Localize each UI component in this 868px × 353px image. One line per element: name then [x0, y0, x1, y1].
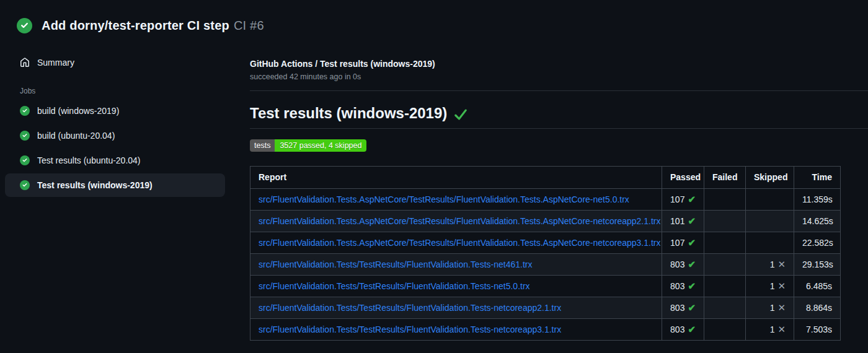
time-cell: 7.503s: [794, 319, 841, 341]
report-link[interactable]: src/FluentValidation.Tests.AspNetCore/Te…: [259, 194, 629, 204]
check-circle-icon: [20, 180, 30, 190]
column-header-passed: Passed: [662, 167, 704, 189]
passed-cell: 107✔: [662, 232, 704, 254]
divider: [250, 90, 868, 91]
time-cell: 8.864s: [794, 297, 841, 319]
section-heading-text: Test results (windows-2019): [250, 105, 447, 122]
failed-cell: [704, 211, 746, 232]
table-row: src/FluentValidation.Tests.AspNetCore/Te…: [250, 189, 841, 211]
job-label: Test results (windows-2019): [37, 180, 153, 190]
x-icon: ✕: [777, 324, 786, 334]
summary-label: Summary: [37, 58, 74, 68]
check-icon: ✔: [688, 216, 696, 226]
check-icon: ✔: [688, 237, 696, 248]
skipped-count: 1: [770, 303, 775, 313]
job-label: build (windows-2019): [37, 106, 119, 116]
report-link[interactable]: src/FluentValidation.Tests/TestResults/F…: [259, 259, 532, 269]
passed-cell: 803✔: [662, 276, 704, 297]
time-cell: 22.582s: [794, 232, 841, 254]
column-header-time: Time: [794, 167, 841, 189]
run-status-text: succeeded 42 minutes ago in 0s: [250, 72, 868, 81]
job-label: Test results (ubuntu-20.04): [37, 155, 141, 165]
report-link[interactable]: src/FluentValidation.Tests/TestResults/F…: [259, 303, 561, 313]
check-icon: ✔: [688, 259, 696, 269]
time-cell: 11.359s: [794, 189, 841, 211]
table-row: src/FluentValidation.Tests/TestResults/F…: [250, 276, 841, 297]
check-run-page: Add dorny/test-reporter CI stepCI #6 Sum…: [0, 0, 868, 353]
passed-count: 107: [670, 194, 684, 204]
passed-count: 803: [670, 325, 684, 334]
column-header-skipped: Skipped: [746, 167, 794, 189]
check-icon: ✔: [688, 324, 696, 334]
skipped-cell: 1✕: [746, 319, 794, 341]
table-header-row: Report Passed Failed Skipped Time: [250, 167, 841, 189]
section-heading: Test results (windows-2019): [250, 105, 868, 129]
failed-cell: [704, 276, 746, 297]
skipped-cell: [746, 189, 794, 211]
check-icon: ✔: [688, 194, 696, 204]
skipped-cell: [746, 232, 794, 254]
passed-count: 803: [670, 259, 684, 269]
run-number: CI #6: [234, 19, 264, 32]
skipped-cell: [746, 211, 794, 232]
jobs-section-label: Jobs: [20, 87, 250, 95]
report-cell: src/FluentValidation.Tests.AspNetCore/Te…: [250, 211, 662, 232]
skipped-cell: 1✕: [746, 297, 794, 319]
check-icon: ✔: [688, 281, 696, 291]
home-icon: [20, 58, 30, 68]
run-title-text: Add dorny/test-reporter CI step: [42, 19, 229, 32]
skipped-cell: 1✕: [746, 276, 794, 297]
report-cell: src/FluentValidation.Tests/TestResults/F…: [250, 297, 662, 319]
x-icon: ✕: [777, 259, 786, 269]
check-circle-icon: [20, 106, 30, 116]
check-icon: ✔: [688, 302, 696, 313]
passed-count: 803: [670, 281, 684, 291]
x-icon: ✕: [777, 302, 786, 313]
page-title: Add dorny/test-reporter CI stepCI #6: [42, 19, 264, 33]
sidebar-item-summary[interactable]: Summary: [5, 51, 225, 74]
run-check-title: GitHub Actions / Test results (windows-2…: [250, 59, 868, 69]
time-cell: 29.153s: [794, 254, 841, 276]
check-circle-icon: [20, 155, 30, 165]
x-icon: ✕: [777, 281, 786, 291]
report-cell: src/FluentValidation.Tests/TestResults/F…: [250, 276, 662, 297]
sidebar-job-item[interactable]: build (windows-2019): [5, 99, 225, 123]
skipped-count: 1: [770, 325, 775, 334]
report-cell: src/FluentValidation.Tests.AspNetCore/Te…: [250, 232, 662, 254]
success-check-icon: [454, 108, 467, 121]
check-circle-icon: [20, 131, 30, 141]
sidebar-job-item[interactable]: Test results (ubuntu-20.04): [5, 149, 225, 172]
report-cell: src/FluentValidation.Tests/TestResults/F…: [250, 319, 662, 341]
report-cell: src/FluentValidation.Tests.AspNetCore/Te…: [250, 189, 662, 211]
content-layout: Summary Jobs build (windows-2019) build …: [0, 51, 868, 341]
passed-cell: 803✔: [662, 319, 704, 341]
passed-cell: 101✔: [662, 211, 704, 232]
skipped-count: 1: [770, 259, 775, 269]
passed-cell: 107✔: [662, 189, 704, 211]
passed-count: 107: [670, 238, 684, 248]
run-details: GitHub Actions / Test results (windows-2…: [250, 51, 868, 341]
report-link[interactable]: src/FluentValidation.Tests.AspNetCore/Te…: [259, 216, 660, 226]
jobs-list: build (windows-2019) build (ubuntu-20.04…: [5, 99, 250, 197]
table-row: src/FluentValidation.Tests/TestResults/F…: [250, 319, 841, 341]
test-results-table: Report Passed Failed Skipped Time src/Fl…: [250, 166, 841, 341]
skipped-cell: 1✕: [746, 254, 794, 276]
badge-label: tests: [250, 139, 275, 152]
column-header-failed: Failed: [704, 167, 746, 189]
passed-count: 101: [670, 216, 684, 226]
table-row: src/FluentValidation.Tests.AspNetCore/Te…: [250, 211, 841, 232]
sidebar-job-item[interactable]: build (ubuntu-20.04): [5, 124, 225, 147]
failed-cell: [704, 254, 746, 276]
passed-cell: 803✔: [662, 254, 704, 276]
report-cell: src/FluentValidation.Tests/TestResults/F…: [250, 254, 662, 276]
failed-cell: [704, 232, 746, 254]
report-link[interactable]: src/FluentValidation.Tests/TestResults/F…: [259, 281, 530, 291]
report-link[interactable]: src/FluentValidation.Tests/TestResults/F…: [259, 325, 561, 334]
check-circle-icon: [17, 18, 32, 33]
job-label: build (ubuntu-20.04): [37, 131, 115, 141]
skipped-count: 1: [770, 281, 775, 291]
sidebar-job-item[interactable]: Test results (windows-2019): [5, 173, 225, 197]
passed-count: 803: [670, 303, 684, 313]
column-header-report: Report: [250, 167, 662, 189]
report-link[interactable]: src/FluentValidation.Tests.AspNetCore/Te…: [259, 238, 660, 248]
